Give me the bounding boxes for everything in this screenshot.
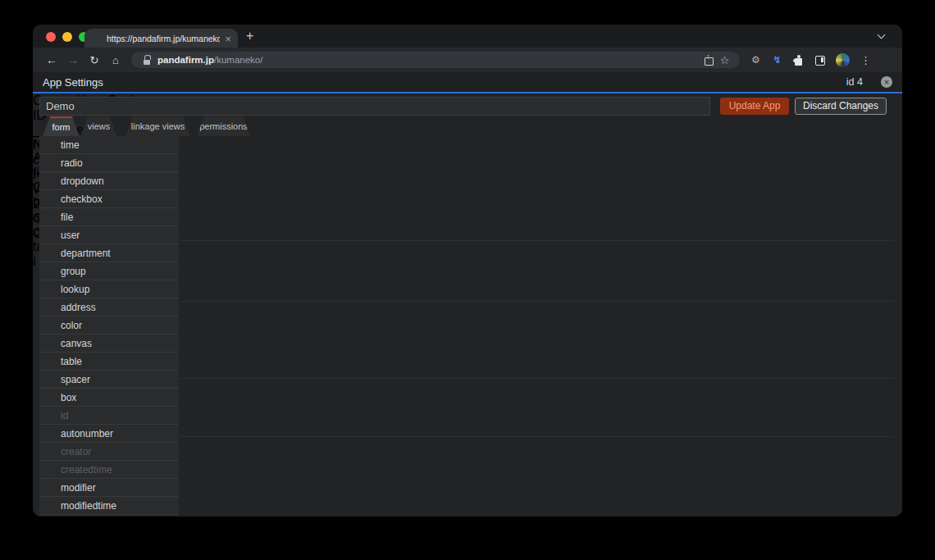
- sidebar-item-label: user: [61, 230, 80, 241]
- sidebar-item-address[interactable]: address: [39, 298, 179, 316]
- update-app-button[interactable]: Update App: [720, 98, 789, 115]
- app-settings-page: App Settings id 4 Demo Update App Discar…: [33, 72, 902, 517]
- sidebar-item-box[interactable]: box: [39, 389, 179, 407]
- autonumber-icon: [43, 428, 54, 439]
- tab-views[interactable]: views: [80, 116, 117, 136]
- tab-linkage-views[interactable]: linkage views: [125, 116, 190, 136]
- lock-icon: [141, 55, 152, 66]
- group-icon: [43, 266, 54, 276]
- sidebar-item-label: time: [61, 139, 80, 151]
- page-header: App Settings id 4: [33, 72, 902, 93]
- sidebar-item-color[interactable]: color: [39, 316, 179, 335]
- sidebar-item-department[interactable]: department: [39, 244, 179, 262]
- checkbox-icon: [43, 193, 54, 204]
- tab-form[interactable]: form: [43, 116, 80, 136]
- minimize-window-button[interactable]: [62, 32, 72, 42]
- bolt-extension-icon[interactable]: [772, 55, 782, 66]
- createdtime-icon: [43, 464, 54, 475]
- spacer-icon: [43, 374, 54, 385]
- id-icon: [43, 410, 54, 421]
- sidebar-item-autonumber[interactable]: autonumber: [39, 425, 179, 443]
- sidebar-item-label: creator: [61, 446, 91, 458]
- creator-icon: [43, 446, 54, 457]
- date-picker-icon[interactable]: i: [33, 254, 36, 268]
- browser-tabstrip: https://pandafirm.jp/kumaneko: [33, 25, 902, 48]
- tab-permissions[interactable]: permissions: [197, 116, 250, 136]
- profile-avatar[interactable]: [836, 53, 850, 67]
- sidebar-item-spacer[interactable]: spacer: [39, 371, 179, 389]
- user-icon: [43, 230, 54, 240]
- address-icon: [43, 302, 54, 312]
- form-designer: timeradiodropdowncheckboxfileuserdepartm…: [33, 136, 902, 517]
- sidebar-item-modifiedtime[interactable]: modifiedtime: [39, 497, 179, 515]
- url-domain: pandafirm.jp: [157, 55, 214, 65]
- field-palette: timeradiodropdowncheckboxfileuserdepartm…: [39, 136, 179, 515]
- sidebar-item-label: address: [61, 302, 96, 313]
- address-bar[interactable]: pandafirm.jp/kumaneko/: [131, 52, 740, 68]
- discard-changes-button[interactable]: Discard Changes: [795, 98, 887, 115]
- home-button[interactable]: [105, 54, 126, 66]
- sidebar-item-label: group: [61, 266, 86, 277]
- close-window-button[interactable]: [46, 32, 56, 42]
- file-icon: [43, 212, 54, 222]
- sidebar-item-label: department: [61, 248, 111, 259]
- back-button[interactable]: [41, 53, 62, 66]
- department-icon: [43, 248, 54, 258]
- window-controls: [46, 32, 89, 42]
- modifier-icon: [43, 482, 54, 493]
- url-text: pandafirm.jp/kumaneko/: [157, 55, 262, 65]
- record-id-badge: id 4: [846, 76, 863, 88]
- sidebar-item-label: createdtime: [61, 464, 112, 476]
- sidebar-item-label: color: [61, 320, 82, 331]
- sidebar-item-createdtime: createdtime: [39, 461, 179, 479]
- sidebar-item-label: table: [61, 356, 82, 367]
- gear-extension-icon[interactable]: [750, 55, 761, 66]
- app-name-input[interactable]: Demo: [39, 97, 710, 116]
- sidebar-item-modifier[interactable]: modifier: [39, 479, 179, 497]
- box-icon: [43, 392, 54, 403]
- sidebar-item-id: id: [39, 407, 179, 425]
- reload-button[interactable]: [84, 54, 105, 66]
- share-icon[interactable]: [703, 55, 714, 66]
- sidebar-item-checkbox[interactable]: checkbox: [39, 190, 179, 208]
- color-icon: [43, 320, 54, 330]
- table-icon: [43, 356, 54, 367]
- sidebar-item-label: lookup: [61, 284, 89, 295]
- row-separator: [180, 378, 894, 379]
- canvas-icon: [43, 338, 54, 348]
- extensions-puzzle-icon[interactable]: [793, 55, 804, 66]
- lookup-icon: [43, 284, 54, 294]
- sidebar-item-group[interactable]: group: [39, 262, 179, 280]
- sidebar-item-label: spacer: [61, 374, 90, 385]
- sidebar-item-lookup[interactable]: lookup: [39, 280, 179, 298]
- new-tab-button[interactable]: [246, 29, 253, 43]
- browser-toolbar: pandafirm.jp/kumaneko/: [33, 48, 902, 72]
- url-path: /kumaneko/: [214, 55, 262, 65]
- row-separator: [180, 436, 894, 437]
- tab-overview-chevron-icon[interactable]: [878, 31, 886, 39]
- side-panel-icon[interactable]: [814, 55, 825, 66]
- sidebar-item-label: modifier: [61, 482, 96, 494]
- sidebar-item-time[interactable]: time: [39, 136, 179, 154]
- tab-title: https://pandafirm.jp/kumaneko: [107, 34, 220, 43]
- sidebar-item-label: radio: [61, 157, 83, 169]
- row-separator: [180, 301, 894, 302]
- sidebar-item-table[interactable]: table: [39, 353, 179, 371]
- bookmark-star-icon[interactable]: [719, 55, 730, 66]
- sidebar-item-label: canvas: [61, 338, 92, 349]
- tab-close-icon[interactable]: [225, 31, 231, 46]
- browser-tab[interactable]: https://pandafirm.jp/kumaneko: [84, 29, 238, 48]
- forward-button[interactable]: [62, 53, 84, 66]
- sidebar-item-label: dropdown: [61, 175, 104, 187]
- browser-menu-icon[interactable]: [860, 55, 871, 66]
- page-close-icon[interactable]: [881, 76, 892, 88]
- sidebar-item-canvas[interactable]: canvas: [39, 335, 179, 353]
- sidebar-item-label: box: [61, 392, 76, 403]
- settings-tabs: formviewslinkage viewspermissions: [43, 116, 250, 136]
- paperclip-icon: [53, 166, 64, 177]
- sidebar-item-file[interactable]: file: [39, 208, 179, 226]
- browser-window: https://pandafirm.jp/kumaneko pandafirm.…: [33, 25, 902, 517]
- sidebar-item-label: id: [61, 410, 68, 421]
- sidebar-item-user[interactable]: user: [39, 226, 179, 244]
- sidebar-item-creator: creator: [39, 443, 179, 461]
